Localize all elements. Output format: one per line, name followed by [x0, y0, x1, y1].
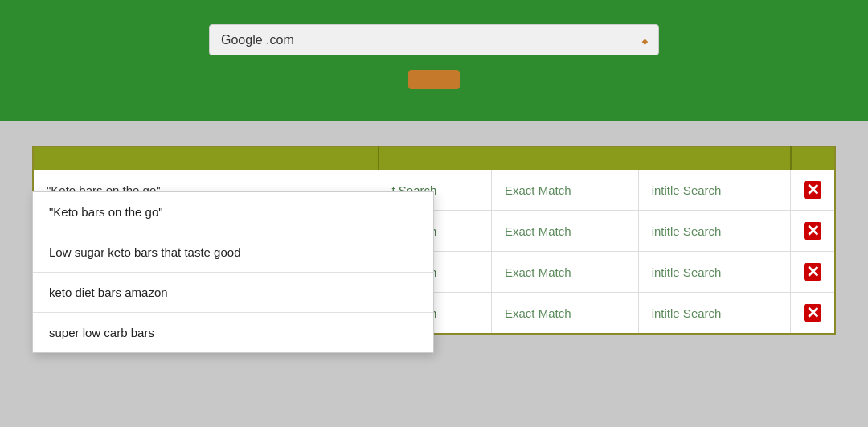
col-header-keyword: [33, 146, 379, 170]
table-wrapper: "Keto bars on the go" t Search Exact Mat…: [32, 146, 836, 335]
delete-cell[interactable]: ✕: [791, 211, 836, 252]
delete-cell[interactable]: ✕: [791, 170, 836, 211]
intitle-link[interactable]: intitle Search: [652, 224, 722, 238]
change-engine-button[interactable]: [408, 70, 460, 89]
intitle-cell[interactable]: intitle Search: [638, 252, 790, 293]
intitle-cell[interactable]: intitle Search: [638, 211, 790, 252]
delete-button[interactable]: ✕: [804, 304, 821, 322]
keyword-dropdown: "Keto bars on the go"Low sugar keto bars…: [32, 191, 434, 353]
intitle-link[interactable]: intitle Search: [652, 265, 722, 279]
exact-match-link[interactable]: Exact Match: [505, 265, 571, 279]
dropdown-item[interactable]: Low sugar keto bars that taste good: [33, 232, 433, 273]
page-header: Google .com Google .co.uk Bing .com ⬥: [0, 0, 868, 121]
exact-match-cell[interactable]: Exact Match: [492, 211, 639, 252]
intitle-link[interactable]: intitle Search: [652, 306, 722, 320]
exact-match-link[interactable]: Exact Match: [505, 306, 571, 320]
exact-match-link[interactable]: Exact Match: [505, 224, 571, 238]
dropdown-item[interactable]: keto diet bars amazon: [33, 273, 433, 313]
engine-select-wrapper: Google .com Google .co.uk Bing .com ⬥: [209, 24, 659, 55]
delete-cell[interactable]: ✕: [791, 293, 836, 335]
intitle-cell[interactable]: intitle Search: [638, 293, 790, 335]
intitle-link[interactable]: intitle Search: [652, 183, 722, 197]
dropdown-item[interactable]: super low carb bars: [33, 313, 433, 352]
col-header-submit: [379, 146, 791, 170]
main-content: "Keto bars on the go" t Search Exact Mat…: [0, 121, 868, 427]
dropdown-item[interactable]: "Keto bars on the go": [33, 192, 433, 232]
exact-match-link[interactable]: Exact Match: [505, 183, 571, 197]
intitle-cell[interactable]: intitle Search: [638, 170, 790, 211]
exact-match-cell[interactable]: Exact Match: [492, 252, 639, 293]
col-header-delete: [791, 146, 836, 170]
delete-button[interactable]: ✕: [804, 222, 821, 240]
exact-match-cell[interactable]: Exact Match: [492, 170, 639, 211]
engine-select[interactable]: Google .com Google .co.uk Bing .com: [209, 24, 659, 55]
delete-button[interactable]: ✕: [804, 263, 821, 281]
exact-match-cell[interactable]: Exact Match: [492, 293, 639, 335]
delete-button[interactable]: ✕: [804, 181, 821, 199]
delete-cell[interactable]: ✕: [791, 252, 836, 293]
